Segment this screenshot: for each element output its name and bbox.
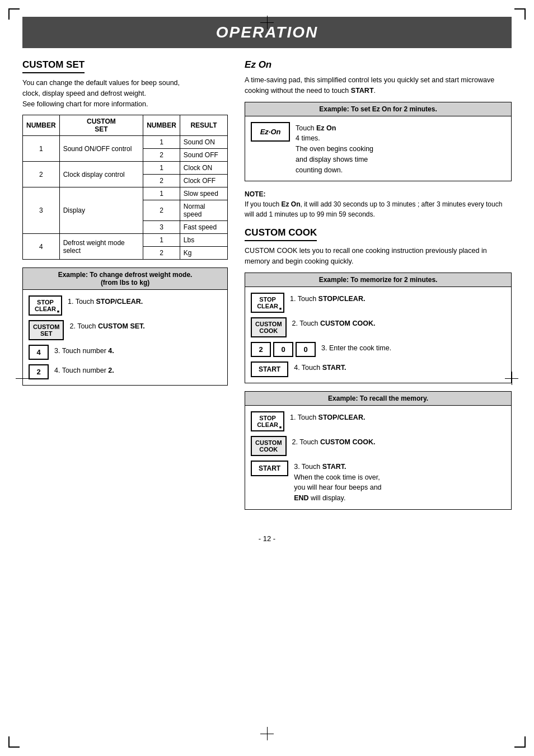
left-step-1-text: 1. Touch STOP/CLEAR. (68, 295, 143, 307)
ez-on-step-text: Touch Ez On 4 times. The oven begins coo… (296, 122, 373, 176)
row-label-clock: Clock display control (59, 162, 143, 187)
start-button-recall[interactable]: START (251, 461, 288, 476)
stop-clear-button-left-1[interactable]: STOPCLEAR (29, 295, 62, 316)
col-custom-set: CUSTOMSET (59, 115, 143, 136)
number-4-button[interactable]: 4 (29, 345, 49, 360)
left-step-4-text: 4. Touch number 2. (54, 364, 114, 376)
ez-on-intro: A time-saving pad, this simplified contr… (245, 75, 512, 96)
page-footer: - 12 - (22, 534, 512, 543)
recall-example-body: STOPCLEAR 1. Touch STOP/CLEAR. CUSTOMCOO… (245, 406, 511, 509)
left-step-2-text: 2. Touch CUSTOM SET. (69, 320, 144, 332)
ez-on-note: NOTE: If you touch Ez On, it will add 30… (245, 189, 512, 219)
custom-cook-button-recall[interactable]: CUSTOMCOOK (251, 436, 286, 456)
content-area: CUSTOM SET You can change the default va… (22, 59, 512, 518)
ez-on-button[interactable]: Ez·On (251, 122, 290, 142)
col-sub-number: NUMBER (143, 115, 180, 136)
cook-time-boxes: 2 0 0 (251, 342, 316, 357)
stop-clear-button-recall[interactable]: STOPCLEAR (251, 411, 284, 431)
mem-step-2: CUSTOMCOOK 2. Touch CUSTOM COOK. (251, 317, 505, 337)
corner-mark-bl (8, 736, 20, 748)
row-label-sound: Sound ON/OFF control (59, 136, 143, 162)
custom-set-button[interactable]: CUSTOMSET (29, 320, 64, 340)
custom-cook-button-mem[interactable]: CUSTOMCOOK (251, 317, 286, 337)
left-example-header: Example: To change defrost weight mode.(… (23, 268, 227, 290)
crosshair-left (16, 372, 29, 385)
table-row: 2 Clock display control 1 Clock ON (23, 162, 228, 175)
time-box-2[interactable]: 2 (251, 342, 271, 357)
memorize-example-box: Example: To memorize for 2 minutes. STOP… (245, 273, 512, 383)
left-step-3: 4 3. Touch number 4. (29, 345, 222, 360)
col-number: NUMBER (23, 115, 60, 136)
stop-clear-button-mem-1[interactable]: STOPCLEAR (251, 293, 284, 313)
ez-on-example-box: Example: To set Ez On for 2 minutes. Ez·… (245, 102, 512, 182)
crosshair-right (505, 372, 518, 385)
mem-step-1: STOPCLEAR 1. Touch STOP/CLEAR. (251, 293, 505, 313)
recall-example-header: Example: To recall the memory. (245, 392, 511, 406)
left-step-3-text: 3. Touch number 4. (54, 345, 114, 356)
ez-on-title: Ez On (245, 59, 512, 71)
time-box-0b[interactable]: 0 (296, 342, 316, 357)
mem-step-1-text: 1. Touch STOP/CLEAR. (290, 293, 365, 304)
custom-set-intro: You can change the default values for be… (22, 78, 228, 109)
left-step-2: CUSTOMSET 2. Touch CUSTOM SET. (29, 320, 222, 340)
custom-set-title: CUSTOM SET (22, 59, 85, 73)
left-example-box: Example: To change defrost weight mode.(… (22, 267, 228, 386)
row-num-4: 4 (23, 234, 60, 260)
crosshair-top (260, 16, 274, 29)
mem-step-3: 2 0 0 3. Enter the cook time. (251, 342, 505, 357)
page: OPERATION CUSTOM SET You can change the … (0, 0, 534, 756)
recall-step-2: CUSTOMCOOK 2. Touch CUSTOM COOK. (251, 436, 505, 456)
table-row: 3 Display 1 Slow speed (23, 187, 228, 200)
ez-on-example-body: Ez·On Touch Ez On 4 times. The oven begi… (245, 116, 511, 181)
row-num-1: 1 (23, 136, 60, 162)
recall-example-box: Example: To recall the memory. STOPCLEAR… (245, 391, 512, 510)
recall-step-3: START 3. Touch START. When the cook time… (251, 461, 505, 504)
ez-on-example-header: Example: To set Ez On for 2 minutes. (245, 102, 511, 116)
mem-step-2-text: 2. Touch CUSTOM COOK. (292, 317, 376, 329)
recall-step-1-text: 1. Touch STOP/CLEAR. (290, 411, 365, 423)
row-label-defrost: Defrost weight mode select (59, 234, 143, 260)
right-column: Ez On A time-saving pad, this simplified… (245, 59, 512, 518)
crosshair-bottom (260, 727, 274, 740)
table-row: 4 Defrost weight mode select 1 Lbs (23, 234, 228, 247)
table-row: 1 Sound ON/OFF control 1 Sound ON (23, 136, 228, 149)
left-step-1: STOPCLEAR 1. Touch STOP/CLEAR. (29, 295, 222, 316)
custom-cook-title: CUSTOM COOK (245, 227, 317, 241)
col-result: RESULT (180, 115, 227, 136)
ez-on-step-row: Ez·On Touch Ez On 4 times. The oven begi… (251, 122, 505, 176)
row-num-3: 3 (23, 187, 60, 234)
left-step-4: 2 4. Touch number 2. (29, 364, 222, 379)
memorize-example-body: STOPCLEAR 1. Touch STOP/CLEAR. CUSTOMCOO… (245, 287, 511, 383)
left-example-body: STOPCLEAR 1. Touch STOP/CLEAR. CUSTOMSET… (23, 290, 227, 385)
recall-step-2-text: 2. Touch CUSTOM COOK. (292, 436, 376, 448)
row-label-display: Display (59, 187, 143, 234)
custom-set-table: NUMBER CUSTOMSET NUMBER RESULT 1 Sound O… (22, 115, 228, 260)
mem-step-3-text: 3. Enter the cook time. (321, 342, 391, 354)
number-2-button-left[interactable]: 2 (29, 364, 49, 379)
row-num-2: 2 (23, 162, 60, 187)
start-button-mem[interactable]: START (251, 361, 288, 377)
memorize-example-header: Example: To memorize for 2 minutes. (245, 273, 511, 287)
custom-cook-intro: CUSTOM COOK lets you to recall one cooki… (245, 246, 512, 267)
corner-mark-tl (8, 8, 20, 20)
time-box-0a[interactable]: 0 (273, 342, 293, 357)
left-column: CUSTOM SET You can change the default va… (22, 59, 228, 518)
corner-mark-br (514, 736, 526, 748)
corner-mark-tr (514, 8, 526, 20)
recall-step-1: STOPCLEAR 1. Touch STOP/CLEAR. (251, 411, 505, 431)
mem-step-4: START 4. Touch START. (251, 361, 505, 377)
recall-step-3-text: 3. Touch START. When the cook time is ov… (294, 461, 381, 504)
mem-step-4-text: 4. Touch START. (294, 361, 346, 373)
